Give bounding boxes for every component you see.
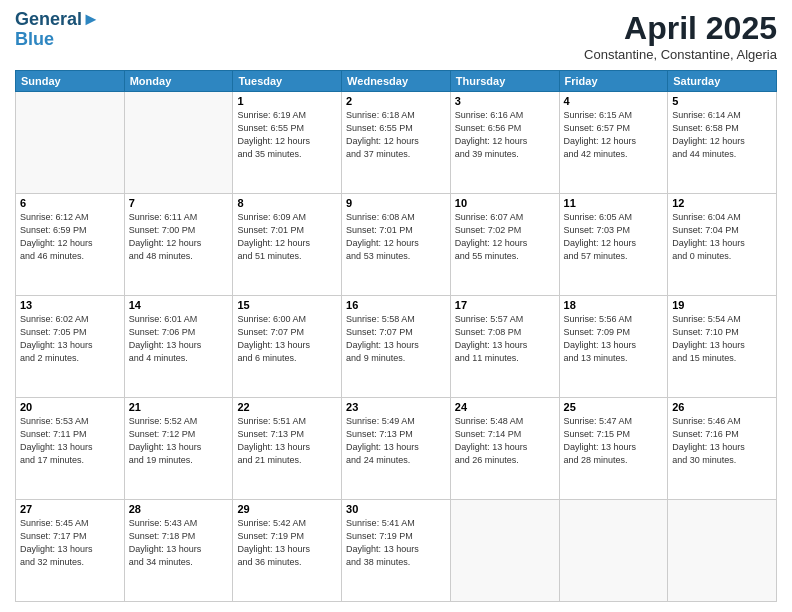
day-info: Sunrise: 6:19 AM Sunset: 6:55 PM Dayligh… — [237, 109, 337, 161]
calendar-cell — [668, 500, 777, 602]
day-number: 24 — [455, 401, 555, 413]
logo-text: General► — [15, 10, 100, 30]
day-number: 3 — [455, 95, 555, 107]
day-info: Sunrise: 5:53 AM Sunset: 7:11 PM Dayligh… — [20, 415, 120, 467]
day-info: Sunrise: 6:04 AM Sunset: 7:04 PM Dayligh… — [672, 211, 772, 263]
calendar-cell: 14Sunrise: 6:01 AM Sunset: 7:06 PM Dayli… — [124, 296, 233, 398]
calendar-week-2: 13Sunrise: 6:02 AM Sunset: 7:05 PM Dayli… — [16, 296, 777, 398]
calendar-week-3: 20Sunrise: 5:53 AM Sunset: 7:11 PM Dayli… — [16, 398, 777, 500]
calendar-cell — [450, 500, 559, 602]
day-number: 21 — [129, 401, 229, 413]
day-number: 13 — [20, 299, 120, 311]
day-info: Sunrise: 6:14 AM Sunset: 6:58 PM Dayligh… — [672, 109, 772, 161]
calendar-cell: 16Sunrise: 5:58 AM Sunset: 7:07 PM Dayli… — [342, 296, 451, 398]
header: General► Blue April 2025 Constantine, Co… — [15, 10, 777, 62]
day-number: 5 — [672, 95, 772, 107]
col-tuesday: Tuesday — [233, 71, 342, 92]
title-block: April 2025 Constantine, Constantine, Alg… — [584, 10, 777, 62]
day-number: 2 — [346, 95, 446, 107]
col-friday: Friday — [559, 71, 668, 92]
day-number: 22 — [237, 401, 337, 413]
day-number: 12 — [672, 197, 772, 209]
day-info: Sunrise: 6:07 AM Sunset: 7:02 PM Dayligh… — [455, 211, 555, 263]
calendar-cell: 19Sunrise: 5:54 AM Sunset: 7:10 PM Dayli… — [668, 296, 777, 398]
day-info: Sunrise: 6:02 AM Sunset: 7:05 PM Dayligh… — [20, 313, 120, 365]
day-info: Sunrise: 5:51 AM Sunset: 7:13 PM Dayligh… — [237, 415, 337, 467]
day-info: Sunrise: 5:43 AM Sunset: 7:18 PM Dayligh… — [129, 517, 229, 569]
day-number: 27 — [20, 503, 120, 515]
day-number: 4 — [564, 95, 664, 107]
page: General► Blue April 2025 Constantine, Co… — [0, 0, 792, 612]
day-number: 1 — [237, 95, 337, 107]
day-info: Sunrise: 6:08 AM Sunset: 7:01 PM Dayligh… — [346, 211, 446, 263]
calendar-table: Sunday Monday Tuesday Wednesday Thursday… — [15, 70, 777, 602]
calendar-cell: 13Sunrise: 6:02 AM Sunset: 7:05 PM Dayli… — [16, 296, 125, 398]
day-info: Sunrise: 5:47 AM Sunset: 7:15 PM Dayligh… — [564, 415, 664, 467]
day-info: Sunrise: 6:12 AM Sunset: 6:59 PM Dayligh… — [20, 211, 120, 263]
col-monday: Monday — [124, 71, 233, 92]
calendar-cell: 6Sunrise: 6:12 AM Sunset: 6:59 PM Daylig… — [16, 194, 125, 296]
logo-text2: Blue — [15, 30, 100, 50]
day-info: Sunrise: 5:56 AM Sunset: 7:09 PM Dayligh… — [564, 313, 664, 365]
calendar-cell — [16, 92, 125, 194]
day-number: 15 — [237, 299, 337, 311]
calendar-cell — [124, 92, 233, 194]
col-sunday: Sunday — [16, 71, 125, 92]
calendar-cell: 7Sunrise: 6:11 AM Sunset: 7:00 PM Daylig… — [124, 194, 233, 296]
calendar-week-1: 6Sunrise: 6:12 AM Sunset: 6:59 PM Daylig… — [16, 194, 777, 296]
calendar-cell: 23Sunrise: 5:49 AM Sunset: 7:13 PM Dayli… — [342, 398, 451, 500]
day-info: Sunrise: 6:01 AM Sunset: 7:06 PM Dayligh… — [129, 313, 229, 365]
day-number: 23 — [346, 401, 446, 413]
day-number: 6 — [20, 197, 120, 209]
calendar-cell: 8Sunrise: 6:09 AM Sunset: 7:01 PM Daylig… — [233, 194, 342, 296]
day-info: Sunrise: 5:57 AM Sunset: 7:08 PM Dayligh… — [455, 313, 555, 365]
calendar-cell: 2Sunrise: 6:18 AM Sunset: 6:55 PM Daylig… — [342, 92, 451, 194]
calendar-cell: 22Sunrise: 5:51 AM Sunset: 7:13 PM Dayli… — [233, 398, 342, 500]
calendar-cell: 27Sunrise: 5:45 AM Sunset: 7:17 PM Dayli… — [16, 500, 125, 602]
calendar-cell: 4Sunrise: 6:15 AM Sunset: 6:57 PM Daylig… — [559, 92, 668, 194]
day-number: 16 — [346, 299, 446, 311]
day-number: 14 — [129, 299, 229, 311]
calendar-cell: 9Sunrise: 6:08 AM Sunset: 7:01 PM Daylig… — [342, 194, 451, 296]
day-number: 18 — [564, 299, 664, 311]
day-number: 26 — [672, 401, 772, 413]
calendar-cell: 28Sunrise: 5:43 AM Sunset: 7:18 PM Dayli… — [124, 500, 233, 602]
day-info: Sunrise: 5:58 AM Sunset: 7:07 PM Dayligh… — [346, 313, 446, 365]
day-number: 20 — [20, 401, 120, 413]
location-subtitle: Constantine, Constantine, Algeria — [584, 47, 777, 62]
day-number: 10 — [455, 197, 555, 209]
calendar-cell: 1Sunrise: 6:19 AM Sunset: 6:55 PM Daylig… — [233, 92, 342, 194]
calendar-cell: 3Sunrise: 6:16 AM Sunset: 6:56 PM Daylig… — [450, 92, 559, 194]
col-saturday: Saturday — [668, 71, 777, 92]
day-number: 30 — [346, 503, 446, 515]
day-number: 28 — [129, 503, 229, 515]
day-number: 7 — [129, 197, 229, 209]
day-info: Sunrise: 5:52 AM Sunset: 7:12 PM Dayligh… — [129, 415, 229, 467]
calendar-cell: 25Sunrise: 5:47 AM Sunset: 7:15 PM Dayli… — [559, 398, 668, 500]
day-number: 11 — [564, 197, 664, 209]
calendar-header-row: Sunday Monday Tuesday Wednesday Thursday… — [16, 71, 777, 92]
calendar-cell: 24Sunrise: 5:48 AM Sunset: 7:14 PM Dayli… — [450, 398, 559, 500]
calendar-cell: 15Sunrise: 6:00 AM Sunset: 7:07 PM Dayli… — [233, 296, 342, 398]
calendar-cell: 29Sunrise: 5:42 AM Sunset: 7:19 PM Dayli… — [233, 500, 342, 602]
calendar-cell: 20Sunrise: 5:53 AM Sunset: 7:11 PM Dayli… — [16, 398, 125, 500]
calendar-week-0: 1Sunrise: 6:19 AM Sunset: 6:55 PM Daylig… — [16, 92, 777, 194]
month-title: April 2025 — [584, 10, 777, 47]
day-info: Sunrise: 6:09 AM Sunset: 7:01 PM Dayligh… — [237, 211, 337, 263]
day-info: Sunrise: 5:54 AM Sunset: 7:10 PM Dayligh… — [672, 313, 772, 365]
day-info: Sunrise: 6:11 AM Sunset: 7:00 PM Dayligh… — [129, 211, 229, 263]
day-number: 9 — [346, 197, 446, 209]
day-number: 29 — [237, 503, 337, 515]
calendar-cell: 30Sunrise: 5:41 AM Sunset: 7:19 PM Dayli… — [342, 500, 451, 602]
calendar-cell: 12Sunrise: 6:04 AM Sunset: 7:04 PM Dayli… — [668, 194, 777, 296]
calendar-cell: 18Sunrise: 5:56 AM Sunset: 7:09 PM Dayli… — [559, 296, 668, 398]
col-wednesday: Wednesday — [342, 71, 451, 92]
calendar-cell: 11Sunrise: 6:05 AM Sunset: 7:03 PM Dayli… — [559, 194, 668, 296]
day-info: Sunrise: 6:16 AM Sunset: 6:56 PM Dayligh… — [455, 109, 555, 161]
col-thursday: Thursday — [450, 71, 559, 92]
day-info: Sunrise: 6:05 AM Sunset: 7:03 PM Dayligh… — [564, 211, 664, 263]
day-info: Sunrise: 5:41 AM Sunset: 7:19 PM Dayligh… — [346, 517, 446, 569]
calendar-cell: 10Sunrise: 6:07 AM Sunset: 7:02 PM Dayli… — [450, 194, 559, 296]
calendar-cell: 5Sunrise: 6:14 AM Sunset: 6:58 PM Daylig… — [668, 92, 777, 194]
day-info: Sunrise: 5:49 AM Sunset: 7:13 PM Dayligh… — [346, 415, 446, 467]
